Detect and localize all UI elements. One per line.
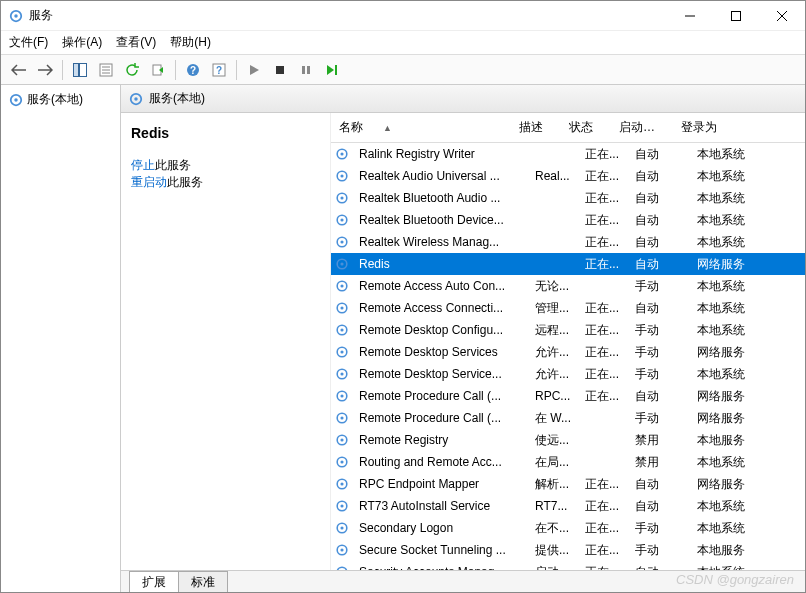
cell-name: Remote Desktop Service...	[355, 367, 531, 381]
svg-point-31	[340, 240, 343, 243]
service-row[interactable]: Secure Socket Tunneling ...提供...正在...手动本…	[331, 539, 805, 561]
column-status[interactable]: 状态	[561, 113, 611, 142]
service-row[interactable]: Realtek Bluetooth Device...正在...自动本地系统	[331, 209, 805, 231]
topic-help-button[interactable]: ?	[207, 58, 231, 82]
separator	[175, 60, 176, 80]
cell-login: 网络服务	[693, 476, 769, 493]
gear-icon	[335, 499, 351, 513]
svg-point-33	[340, 262, 343, 265]
main-area: 服务(本地) 服务(本地) Redis 停止此服务 重启动此服务 名称▲ 描述	[1, 85, 805, 592]
cell-startup: 手动	[631, 520, 693, 537]
service-row[interactable]: Secondary Logon在不...正在...手动本地系统	[331, 517, 805, 539]
svg-point-55	[340, 504, 343, 507]
service-row[interactable]: RT73 AutoInstall ServiceRT7...正在...自动本地系…	[331, 495, 805, 517]
close-button[interactable]	[759, 1, 805, 31]
gear-icon	[335, 169, 351, 183]
service-row[interactable]: Realtek Bluetooth Audio ...正在...自动本地系统	[331, 187, 805, 209]
svg-text:?: ?	[216, 65, 222, 76]
service-row[interactable]: Routing and Remote Acc...在局...禁用本地系统	[331, 451, 805, 473]
toolbar: ? ?	[1, 55, 805, 85]
service-row[interactable]: Realtek Audio Universal ...Real...正在...自…	[331, 165, 805, 187]
cell-name: Realtek Wireless Manag...	[355, 235, 531, 249]
cell-name: Secondary Logon	[355, 521, 531, 535]
service-row[interactable]: Remote Desktop Configu...远程...正在...手动本地系…	[331, 319, 805, 341]
cell-login: 本地系统	[693, 278, 769, 295]
service-row[interactable]: Redis正在...自动网络服务	[331, 253, 805, 275]
service-list[interactable]: 名称▲ 描述 状态 启动类型 登录为 Ralink Registry Write…	[331, 113, 805, 570]
cell-desc: RT7...	[531, 499, 581, 513]
cell-desc: 允许...	[531, 366, 581, 383]
tab-extended[interactable]: 扩展	[129, 571, 179, 592]
help-button[interactable]: ?	[181, 58, 205, 82]
column-desc[interactable]: 描述	[511, 113, 561, 142]
service-row[interactable]: Remote Desktop Services允许...正在...手动网络服务	[331, 341, 805, 363]
cell-status: 正在...	[581, 366, 631, 383]
content-header-label: 服务(本地)	[149, 90, 205, 107]
menu-action[interactable]: 操作(A)	[62, 34, 102, 51]
show-hide-tree-button[interactable]	[68, 58, 92, 82]
maximize-button[interactable]	[713, 1, 759, 31]
stop-service-button[interactable]	[268, 58, 292, 82]
cell-desc: 在不...	[531, 520, 581, 537]
export-button[interactable]	[146, 58, 170, 82]
service-row[interactable]: Remote Access Auto Con...无论...手动本地系统	[331, 275, 805, 297]
cell-login: 本地服务	[693, 432, 769, 449]
svg-point-57	[340, 526, 343, 529]
cell-name: Remote Procedure Call (...	[355, 389, 531, 403]
stop-link[interactable]: 停止	[131, 158, 155, 172]
cell-name: Redis	[355, 257, 531, 271]
menu-file[interactable]: 文件(F)	[9, 34, 48, 51]
refresh-button[interactable]	[120, 58, 144, 82]
menu-help[interactable]: 帮助(H)	[170, 34, 211, 51]
cell-desc: 远程...	[531, 322, 581, 339]
tree-item-label: 服务(本地)	[27, 91, 83, 108]
tree-item-services-local[interactable]: 服务(本地)	[5, 89, 116, 110]
service-row[interactable]: Security Accounts Manag...启动...正在...自动本地…	[331, 561, 805, 570]
minimize-button[interactable]	[667, 1, 713, 31]
menubar: 文件(F) 操作(A) 查看(V) 帮助(H)	[1, 31, 805, 55]
pause-service-button[interactable]	[294, 58, 318, 82]
properties-button[interactable]	[94, 58, 118, 82]
separator	[62, 60, 63, 80]
cell-startup: 自动	[631, 146, 693, 163]
cell-name: Secure Socket Tunneling ...	[355, 543, 531, 557]
service-row[interactable]: Remote Procedure Call (...在 W...手动网络服务	[331, 407, 805, 429]
service-row[interactable]: Ralink Registry Writer正在...自动本地系统	[331, 143, 805, 165]
column-startup[interactable]: 启动类型	[611, 113, 673, 142]
column-login[interactable]: 登录为	[673, 113, 749, 142]
gear-icon	[9, 93, 23, 107]
service-row[interactable]: Realtek Wireless Manag...正在...自动本地系统	[331, 231, 805, 253]
column-name[interactable]: 名称▲	[331, 113, 511, 142]
cell-status: 正在...	[581, 388, 631, 405]
tab-standard[interactable]: 标准	[178, 571, 228, 592]
service-row[interactable]: Remote Access Connecti...管理...正在...自动本地系…	[331, 297, 805, 319]
cell-name: Routing and Remote Acc...	[355, 455, 531, 469]
cell-startup: 手动	[631, 278, 693, 295]
cell-login: 本地系统	[693, 520, 769, 537]
menu-view[interactable]: 查看(V)	[116, 34, 156, 51]
cell-startup: 手动	[631, 542, 693, 559]
list-rows: Ralink Registry Writer正在...自动本地系统Realtek…	[331, 143, 805, 570]
window-controls	[667, 1, 805, 31]
svg-rect-15	[302, 66, 305, 74]
restart-service-button[interactable]	[320, 58, 344, 82]
gear-icon	[335, 367, 351, 381]
service-row[interactable]: Remote Procedure Call (...RPC...正在...自动网…	[331, 385, 805, 407]
svg-point-25	[340, 174, 343, 177]
restart-link[interactable]: 重启动	[131, 175, 167, 189]
cell-name: Security Accounts Manag...	[355, 565, 531, 570]
svg-point-43	[340, 372, 343, 375]
cell-login: 本地系统	[693, 212, 769, 229]
forward-button[interactable]	[33, 58, 57, 82]
cell-startup: 自动	[631, 300, 693, 317]
service-row[interactable]: Remote Registry使远...禁用本地服务	[331, 429, 805, 451]
service-row[interactable]: RPC Endpoint Mapper解析...正在...自动网络服务	[331, 473, 805, 495]
start-service-button[interactable]	[242, 58, 266, 82]
cell-name: Remote Access Auto Con...	[355, 279, 531, 293]
cell-name: Remote Registry	[355, 433, 531, 447]
service-row[interactable]: Remote Desktop Service...允许...正在...手动本地系…	[331, 363, 805, 385]
cell-desc: 允许...	[531, 344, 581, 361]
back-button[interactable]	[7, 58, 31, 82]
cell-name: Realtek Bluetooth Audio ...	[355, 191, 531, 205]
gear-icon	[335, 235, 351, 249]
